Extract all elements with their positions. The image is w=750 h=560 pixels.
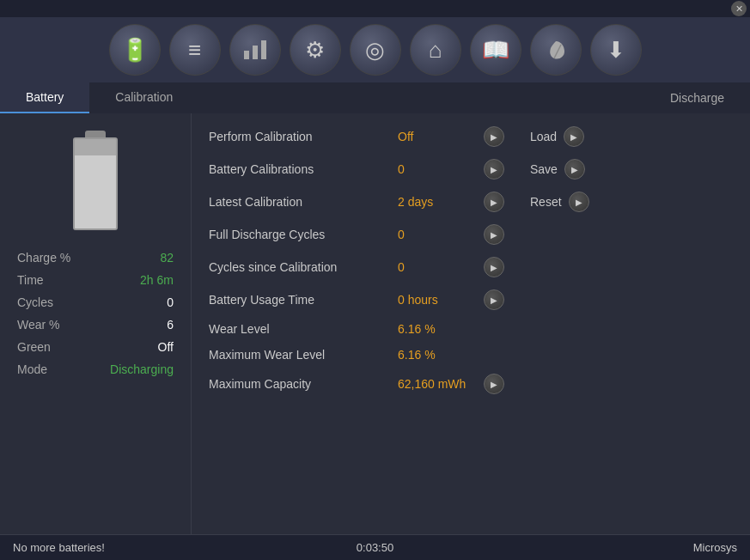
- config-row-1: Battery Calibrations 0 ▶ Save ▶: [209, 159, 733, 180]
- settings-toolbar-btn[interactable]: ⚙: [290, 24, 341, 76]
- config-label-3: Full Discharge Cycles: [209, 228, 398, 241]
- home-toolbar-btn[interactable]: ⌂: [410, 24, 461, 76]
- config-row-7: Maximum Wear Level 6.16 %: [209, 348, 733, 362]
- side-play-button-0[interactable]: ▶: [564, 126, 584, 147]
- config-value-1: 0: [398, 162, 484, 176]
- charge-label: Charge %: [17, 251, 70, 265]
- config-value-0: Off: [398, 130, 484, 143]
- chart-toolbar-btn[interactable]: [229, 24, 281, 76]
- leaf-toolbar-btn[interactable]: [530, 24, 582, 76]
- target-toolbar-btn[interactable]: ◎: [350, 24, 401, 76]
- mode-label: Mode: [17, 362, 47, 376]
- wear-row: Wear % 6: [17, 318, 174, 332]
- title-bar: ✕: [0, 0, 750, 17]
- config-label-8: Maximum Capacity: [209, 377, 398, 391]
- config-row-0: Perform Calibration Off ▶ Load ▶: [209, 126, 733, 147]
- side-action-label-0: Load: [530, 130, 557, 143]
- time-row: Time 2h 6m: [17, 273, 174, 287]
- play-button-0[interactable]: ▶: [484, 126, 504, 147]
- config-value-5: 0 hours: [398, 293, 484, 307]
- tab-discharge[interactable]: Discharge: [644, 82, 750, 113]
- toolbar: 🔋 ≡ ⚙ ◎ ⌂ 📖 ⬇: [0, 17, 750, 82]
- green-row: Green Off: [17, 340, 174, 354]
- config-value-8: 62,160 mWh: [398, 377, 484, 391]
- left-panel: Charge % 82 Time 2h 6m Cycles 0 Wear % 6…: [0, 113, 192, 534]
- config-row-8: Maximum Capacity 62,160 mWh ▶: [209, 374, 733, 394]
- config-label-0: Perform Calibration: [209, 130, 398, 143]
- side-play-button-2[interactable]: ▶: [569, 192, 589, 212]
- cycles-label: Cycles: [17, 295, 53, 309]
- play-button-1[interactable]: ▶: [484, 159, 504, 180]
- battery-body: [73, 137, 118, 230]
- config-row-4: Cycles since Calibration 0 ▶: [209, 257, 733, 277]
- time-label: Time: [17, 273, 44, 287]
- config-label-2: Latest Calibration: [209, 195, 398, 209]
- tab-spacer: [198, 82, 644, 113]
- cycles-value: 0: [167, 295, 174, 309]
- wear-value: 6: [167, 318, 174, 332]
- play-button-4[interactable]: ▶: [484, 257, 504, 277]
- config-value-7: 6.16 %: [398, 348, 484, 362]
- config-value-3: 0: [398, 228, 484, 241]
- play-button-2[interactable]: ▶: [484, 192, 504, 212]
- config-row-5: Battery Usage Time 0 hours ▶: [209, 289, 733, 310]
- svg-rect-0: [244, 51, 249, 59]
- list-toolbar-btn[interactable]: ≡: [169, 24, 221, 76]
- time-value: 2h 6m: [140, 273, 174, 287]
- config-value-4: 0: [398, 260, 484, 274]
- side-action-label-2: Reset: [530, 195, 562, 209]
- play-button-5[interactable]: ▶: [484, 289, 504, 310]
- side-action-label-1: Save: [530, 162, 558, 176]
- play-button-3[interactable]: ▶: [484, 224, 504, 245]
- side-action-1: Save ▶: [530, 159, 611, 180]
- config-row-6: Wear Level 6.16 %: [209, 322, 733, 336]
- battery-top: [85, 131, 106, 137]
- side-action-0: Load ▶: [530, 126, 610, 147]
- mode-value: Discharging: [110, 362, 174, 376]
- config-row-2: Latest Calibration 2 days ▶ Reset ▶: [209, 192, 733, 212]
- config-label-6: Wear Level: [209, 322, 398, 336]
- battery-fill: [75, 155, 116, 228]
- charge-value: 82: [160, 251, 174, 265]
- config-label-1: Battery Calibrations: [209, 162, 398, 176]
- download-toolbar-btn[interactable]: ⬇: [590, 24, 642, 76]
- config-row-3: Full Discharge Cycles 0 ▶: [209, 224, 733, 245]
- side-play-button-1[interactable]: ▶: [564, 159, 585, 180]
- status-left: No more batteries!: [13, 541, 254, 554]
- close-button[interactable]: ✕: [731, 1, 747, 16]
- svg-rect-1: [253, 46, 258, 59]
- right-panel: Perform Calibration Off ▶ Load ▶ Battery…: [192, 113, 750, 534]
- tab-bar: Battery Calibration Discharge: [0, 82, 750, 113]
- config-value-6: 6.16 %: [398, 322, 484, 336]
- config-label-7: Maximum Wear Level: [209, 348, 398, 362]
- config-label-4: Cycles since Calibration: [209, 260, 398, 274]
- config-label-5: Battery Usage Time: [209, 293, 398, 307]
- status-bar: No more batteries! 0:03:50 Microsys: [0, 534, 750, 560]
- mode-row: Mode Discharging: [17, 362, 174, 376]
- config-value-2: 2 days: [398, 195, 484, 209]
- green-value: Off: [158, 340, 174, 354]
- charge-row: Charge % 82: [17, 251, 174, 265]
- battery-icon: [65, 131, 125, 234]
- play-button-8[interactable]: ▶: [484, 374, 504, 394]
- status-right: Microsys: [496, 541, 737, 554]
- svg-rect-2: [261, 40, 266, 59]
- cycles-row: Cycles 0: [17, 295, 174, 309]
- wear-label: Wear %: [17, 318, 60, 332]
- main-content: Charge % 82 Time 2h 6m Cycles 0 Wear % 6…: [0, 113, 750, 534]
- side-action-2: Reset ▶: [530, 192, 615, 212]
- tab-calibration[interactable]: Calibration: [89, 82, 198, 113]
- green-label: Green: [17, 340, 51, 354]
- battery-toolbar-btn[interactable]: 🔋: [109, 24, 161, 76]
- tab-battery[interactable]: Battery: [0, 82, 89, 113]
- status-center: 0:03:50: [254, 541, 496, 554]
- book-toolbar-btn[interactable]: 📖: [470, 24, 521, 76]
